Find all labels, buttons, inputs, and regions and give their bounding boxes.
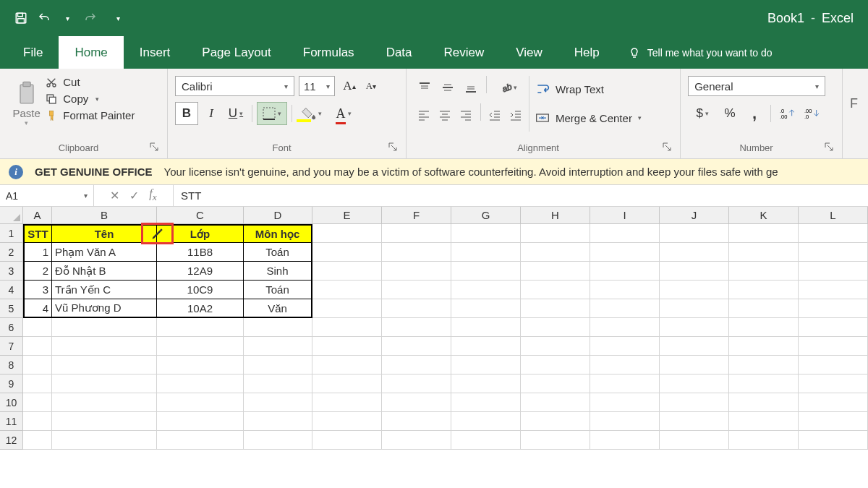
- cell-B7[interactable]: [52, 337, 157, 356]
- cell-G8[interactable]: [451, 356, 521, 374]
- italic-button[interactable]: I: [200, 102, 223, 125]
- cell-L6[interactable]: [799, 318, 868, 337]
- cell-F9[interactable]: [382, 374, 451, 393]
- cell-I11[interactable]: [590, 412, 660, 431]
- cell-B5[interactable]: Vũ Phương D: [52, 299, 157, 318]
- cell-L11[interactable]: [799, 412, 868, 431]
- format-painter-button[interactable]: Format Painter: [46, 109, 160, 121]
- cell-E4[interactable]: [312, 281, 382, 299]
- cell-H7[interactable]: [521, 337, 590, 356]
- cell-J2[interactable]: [660, 243, 729, 262]
- cell-E9[interactable]: [312, 374, 382, 393]
- cell-E2[interactable]: [312, 243, 382, 262]
- cell-A4[interactable]: 3: [23, 281, 52, 299]
- tab-help[interactable]: Help: [558, 36, 616, 69]
- column-header-G[interactable]: G: [451, 207, 521, 224]
- cell-E12[interactable]: [312, 431, 382, 450]
- orientation-button[interactable]: ab▾: [491, 76, 527, 99]
- alignment-dialog-launcher-icon[interactable]: [663, 142, 673, 153]
- align-top-button[interactable]: [414, 76, 435, 99]
- cell-B8[interactable]: [52, 356, 157, 374]
- row-header-3[interactable]: 3: [0, 262, 23, 281]
- cell-E1[interactable]: [312, 224, 382, 243]
- row-header-10[interactable]: 10: [0, 393, 23, 412]
- column-header-I[interactable]: I: [590, 207, 660, 224]
- cell-D12[interactable]: [244, 431, 312, 450]
- tab-view[interactable]: View: [500, 36, 558, 69]
- cell-H4[interactable]: [521, 281, 590, 299]
- cell-F3[interactable]: [382, 262, 451, 281]
- cell-H11[interactable]: [521, 412, 590, 431]
- cell-F7[interactable]: [382, 337, 451, 356]
- comma-format-button[interactable]: ,: [743, 102, 766, 125]
- cell-J6[interactable]: [660, 318, 729, 337]
- cell-A2[interactable]: 1: [23, 243, 52, 262]
- align-left-button[interactable]: [414, 103, 433, 127]
- cell-C1[interactable]: Lớp: [157, 224, 244, 243]
- increase-decimal-button[interactable]: .0.00: [775, 102, 799, 125]
- align-right-button[interactable]: [456, 103, 475, 127]
- cell-F12[interactable]: [382, 431, 451, 450]
- cell-E3[interactable]: [312, 262, 382, 281]
- cell-H8[interactable]: [521, 356, 590, 374]
- cell-F6[interactable]: [382, 318, 451, 337]
- cell-G4[interactable]: [451, 281, 521, 299]
- column-header-H[interactable]: H: [521, 207, 590, 224]
- cell-A8[interactable]: [23, 356, 52, 374]
- cell-I2[interactable]: [590, 243, 660, 262]
- cell-J12[interactable]: [660, 431, 729, 450]
- cell-C12[interactable]: [157, 431, 244, 450]
- cell-K3[interactable]: [729, 262, 799, 281]
- cell-F2[interactable]: [382, 243, 451, 262]
- accounting-format-button[interactable]: $▾: [688, 102, 717, 125]
- cell-J8[interactable]: [660, 356, 729, 374]
- cell-G1[interactable]: [451, 224, 521, 243]
- column-header-A[interactable]: A: [23, 207, 52, 224]
- cell-C3[interactable]: 12A9: [157, 262, 244, 281]
- paste-button[interactable]: Paste ▾: [7, 73, 46, 134]
- copy-button[interactable]: Copy ▾: [46, 93, 160, 105]
- cell-K5[interactable]: [729, 299, 799, 318]
- cell-A12[interactable]: [23, 431, 52, 450]
- row-header-4[interactable]: 4: [0, 281, 23, 299]
- cut-button[interactable]: Cut: [46, 76, 160, 88]
- cell-C11[interactable]: [157, 412, 244, 431]
- cell-G9[interactable]: [451, 374, 521, 393]
- row-header-1[interactable]: 1: [0, 224, 23, 243]
- grow-font-button[interactable]: A▴: [339, 76, 359, 96]
- cell-G10[interactable]: [451, 393, 521, 412]
- cell-A11[interactable]: [23, 412, 52, 431]
- cell-C10[interactable]: [157, 393, 244, 412]
- wrap-text-button[interactable]: Wrap Text: [532, 76, 666, 102]
- cell-A3[interactable]: 2: [23, 262, 52, 281]
- cell-G12[interactable]: [451, 431, 521, 450]
- cell-B4[interactable]: Trần Yến C: [52, 281, 157, 299]
- cell-J11[interactable]: [660, 412, 729, 431]
- shrink-font-button[interactable]: A▾: [361, 76, 381, 96]
- cell-K9[interactable]: [729, 374, 799, 393]
- cell-C8[interactable]: [157, 356, 244, 374]
- row-header-11[interactable]: 11: [0, 412, 23, 431]
- cell-J7[interactable]: [660, 337, 729, 356]
- cell-I7[interactable]: [590, 337, 660, 356]
- cell-D7[interactable]: [244, 337, 312, 356]
- column-header-C[interactable]: C: [157, 207, 244, 224]
- save-icon[interactable]: [14, 12, 27, 25]
- tab-home[interactable]: Home: [59, 36, 123, 69]
- cell-L10[interactable]: [799, 393, 868, 412]
- cell-A6[interactable]: [23, 318, 52, 337]
- tab-file[interactable]: File: [7, 36, 59, 69]
- cell-C4[interactable]: 10C9: [157, 281, 244, 299]
- column-header-E[interactable]: E: [312, 207, 382, 224]
- column-header-J[interactable]: J: [660, 207, 729, 224]
- cell-F8[interactable]: [382, 356, 451, 374]
- cell-H10[interactable]: [521, 393, 590, 412]
- cell-I4[interactable]: [590, 281, 660, 299]
- cell-L4[interactable]: [799, 281, 868, 299]
- font-color-button[interactable]: A▾: [328, 102, 359, 125]
- cell-C2[interactable]: 11B8: [157, 243, 244, 262]
- cell-H2[interactable]: [521, 243, 590, 262]
- cell-G7[interactable]: [451, 337, 521, 356]
- number-dialog-launcher-icon[interactable]: [825, 142, 835, 153]
- cell-G6[interactable]: [451, 318, 521, 337]
